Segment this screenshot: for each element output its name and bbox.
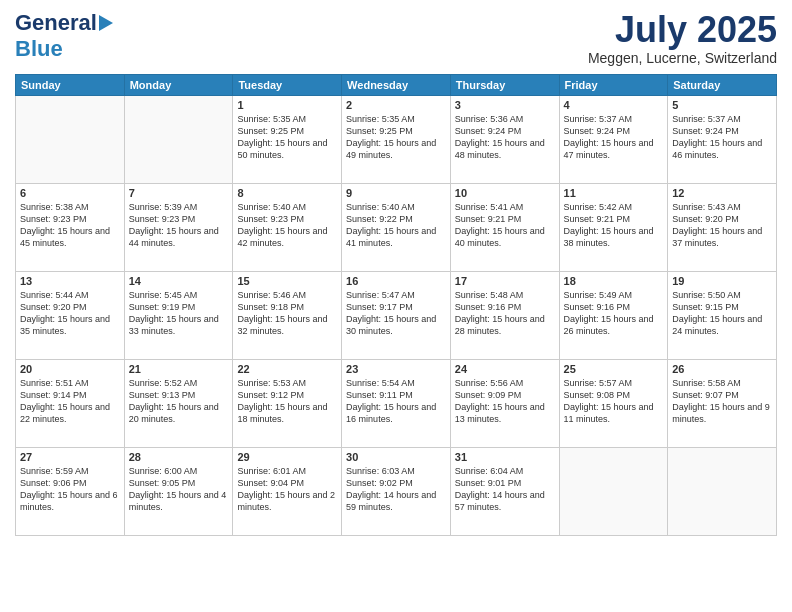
day-number: 14 xyxy=(129,275,229,287)
calendar-cell: 18Sunrise: 5:49 AM Sunset: 9:16 PM Dayli… xyxy=(559,271,668,359)
day-info: Sunrise: 5:50 AM Sunset: 9:15 PM Dayligh… xyxy=(672,289,772,338)
calendar-table: SundayMondayTuesdayWednesdayThursdayFrid… xyxy=(15,74,777,536)
day-info: Sunrise: 5:51 AM Sunset: 9:14 PM Dayligh… xyxy=(20,377,120,426)
day-info: Sunrise: 5:44 AM Sunset: 9:20 PM Dayligh… xyxy=(20,289,120,338)
calendar-cell: 24Sunrise: 5:56 AM Sunset: 9:09 PM Dayli… xyxy=(450,359,559,447)
day-info: Sunrise: 5:54 AM Sunset: 9:11 PM Dayligh… xyxy=(346,377,446,426)
calendar-week-1: 1Sunrise: 5:35 AM Sunset: 9:25 PM Daylig… xyxy=(16,95,777,183)
logo: General Blue xyxy=(15,10,113,62)
day-number: 26 xyxy=(672,363,772,375)
calendar-cell: 6Sunrise: 5:38 AM Sunset: 9:23 PM Daylig… xyxy=(16,183,125,271)
day-info: Sunrise: 5:57 AM Sunset: 9:08 PM Dayligh… xyxy=(564,377,664,426)
title-area: July 2025 Meggen, Lucerne, Switzerland xyxy=(588,10,777,66)
day-info: Sunrise: 5:47 AM Sunset: 9:17 PM Dayligh… xyxy=(346,289,446,338)
calendar-cell: 4Sunrise: 5:37 AM Sunset: 9:24 PM Daylig… xyxy=(559,95,668,183)
day-number: 8 xyxy=(237,187,337,199)
day-info: Sunrise: 5:48 AM Sunset: 9:16 PM Dayligh… xyxy=(455,289,555,338)
day-number: 5 xyxy=(672,99,772,111)
day-info: Sunrise: 6:00 AM Sunset: 9:05 PM Dayligh… xyxy=(129,465,229,514)
calendar-cell: 31Sunrise: 6:04 AM Sunset: 9:01 PM Dayli… xyxy=(450,447,559,535)
calendar-cell: 2Sunrise: 5:35 AM Sunset: 9:25 PM Daylig… xyxy=(342,95,451,183)
calendar-cell: 16Sunrise: 5:47 AM Sunset: 9:17 PM Dayli… xyxy=(342,271,451,359)
calendar-cell xyxy=(124,95,233,183)
day-number: 19 xyxy=(672,275,772,287)
day-info: Sunrise: 5:35 AM Sunset: 9:25 PM Dayligh… xyxy=(346,113,446,162)
day-info: Sunrise: 5:43 AM Sunset: 9:20 PM Dayligh… xyxy=(672,201,772,250)
day-number: 27 xyxy=(20,451,120,463)
calendar-header-saturday: Saturday xyxy=(668,74,777,95)
calendar-cell: 22Sunrise: 5:53 AM Sunset: 9:12 PM Dayli… xyxy=(233,359,342,447)
calendar-header-friday: Friday xyxy=(559,74,668,95)
calendar-cell: 14Sunrise: 5:45 AM Sunset: 9:19 PM Dayli… xyxy=(124,271,233,359)
calendar-cell: 1Sunrise: 5:35 AM Sunset: 9:25 PM Daylig… xyxy=(233,95,342,183)
day-number: 24 xyxy=(455,363,555,375)
calendar-cell: 11Sunrise: 5:42 AM Sunset: 9:21 PM Dayli… xyxy=(559,183,668,271)
page-header: General Blue July 2025 Meggen, Lucerne, … xyxy=(15,10,777,66)
day-info: Sunrise: 5:40 AM Sunset: 9:23 PM Dayligh… xyxy=(237,201,337,250)
day-number: 15 xyxy=(237,275,337,287)
calendar-cell: 9Sunrise: 5:40 AM Sunset: 9:22 PM Daylig… xyxy=(342,183,451,271)
calendar-cell: 21Sunrise: 5:52 AM Sunset: 9:13 PM Dayli… xyxy=(124,359,233,447)
day-number: 6 xyxy=(20,187,120,199)
day-number: 1 xyxy=(237,99,337,111)
day-info: Sunrise: 5:38 AM Sunset: 9:23 PM Dayligh… xyxy=(20,201,120,250)
logo-triangle-icon xyxy=(99,15,113,31)
day-number: 9 xyxy=(346,187,446,199)
calendar-cell: 28Sunrise: 6:00 AM Sunset: 9:05 PM Dayli… xyxy=(124,447,233,535)
day-number: 20 xyxy=(20,363,120,375)
calendar-header-sunday: Sunday xyxy=(16,74,125,95)
calendar-week-5: 27Sunrise: 5:59 AM Sunset: 9:06 PM Dayli… xyxy=(16,447,777,535)
calendar-cell: 3Sunrise: 5:36 AM Sunset: 9:24 PM Daylig… xyxy=(450,95,559,183)
calendar-cell xyxy=(559,447,668,535)
calendar-cell: 17Sunrise: 5:48 AM Sunset: 9:16 PM Dayli… xyxy=(450,271,559,359)
day-number: 3 xyxy=(455,99,555,111)
day-info: Sunrise: 5:52 AM Sunset: 9:13 PM Dayligh… xyxy=(129,377,229,426)
day-number: 29 xyxy=(237,451,337,463)
calendar-header-wednesday: Wednesday xyxy=(342,74,451,95)
day-number: 31 xyxy=(455,451,555,463)
day-info: Sunrise: 6:04 AM Sunset: 9:01 PM Dayligh… xyxy=(455,465,555,514)
calendar-cell: 29Sunrise: 6:01 AM Sunset: 9:04 PM Dayli… xyxy=(233,447,342,535)
day-number: 21 xyxy=(129,363,229,375)
calendar-cell xyxy=(16,95,125,183)
day-number: 25 xyxy=(564,363,664,375)
day-info: Sunrise: 6:03 AM Sunset: 9:02 PM Dayligh… xyxy=(346,465,446,514)
day-number: 22 xyxy=(237,363,337,375)
calendar-cell: 27Sunrise: 5:59 AM Sunset: 9:06 PM Dayli… xyxy=(16,447,125,535)
day-number: 4 xyxy=(564,99,664,111)
calendar-week-2: 6Sunrise: 5:38 AM Sunset: 9:23 PM Daylig… xyxy=(16,183,777,271)
day-number: 7 xyxy=(129,187,229,199)
day-number: 17 xyxy=(455,275,555,287)
day-info: Sunrise: 5:37 AM Sunset: 9:24 PM Dayligh… xyxy=(564,113,664,162)
calendar-cell: 12Sunrise: 5:43 AM Sunset: 9:20 PM Dayli… xyxy=(668,183,777,271)
day-number: 2 xyxy=(346,99,446,111)
logo-general: General xyxy=(15,10,97,36)
calendar-cell: 13Sunrise: 5:44 AM Sunset: 9:20 PM Dayli… xyxy=(16,271,125,359)
calendar-header-tuesday: Tuesday xyxy=(233,74,342,95)
calendar-cell: 25Sunrise: 5:57 AM Sunset: 9:08 PM Dayli… xyxy=(559,359,668,447)
calendar-cell: 19Sunrise: 5:50 AM Sunset: 9:15 PM Dayli… xyxy=(668,271,777,359)
calendar-week-4: 20Sunrise: 5:51 AM Sunset: 9:14 PM Dayli… xyxy=(16,359,777,447)
calendar-cell: 20Sunrise: 5:51 AM Sunset: 9:14 PM Dayli… xyxy=(16,359,125,447)
day-info: Sunrise: 6:01 AM Sunset: 9:04 PM Dayligh… xyxy=(237,465,337,514)
day-info: Sunrise: 5:37 AM Sunset: 9:24 PM Dayligh… xyxy=(672,113,772,162)
calendar-cell: 23Sunrise: 5:54 AM Sunset: 9:11 PM Dayli… xyxy=(342,359,451,447)
day-number: 10 xyxy=(455,187,555,199)
day-info: Sunrise: 5:56 AM Sunset: 9:09 PM Dayligh… xyxy=(455,377,555,426)
day-info: Sunrise: 5:42 AM Sunset: 9:21 PM Dayligh… xyxy=(564,201,664,250)
day-info: Sunrise: 5:59 AM Sunset: 9:06 PM Dayligh… xyxy=(20,465,120,514)
day-number: 23 xyxy=(346,363,446,375)
page-container: General Blue July 2025 Meggen, Lucerne, … xyxy=(0,0,792,612)
day-info: Sunrise: 5:53 AM Sunset: 9:12 PM Dayligh… xyxy=(237,377,337,426)
day-number: 18 xyxy=(564,275,664,287)
calendar-header-monday: Monday xyxy=(124,74,233,95)
day-info: Sunrise: 5:35 AM Sunset: 9:25 PM Dayligh… xyxy=(237,113,337,162)
day-info: Sunrise: 5:39 AM Sunset: 9:23 PM Dayligh… xyxy=(129,201,229,250)
day-number: 12 xyxy=(672,187,772,199)
day-number: 28 xyxy=(129,451,229,463)
calendar-cell: 5Sunrise: 5:37 AM Sunset: 9:24 PM Daylig… xyxy=(668,95,777,183)
calendar-cell: 15Sunrise: 5:46 AM Sunset: 9:18 PM Dayli… xyxy=(233,271,342,359)
calendar-header-thursday: Thursday xyxy=(450,74,559,95)
calendar-cell: 10Sunrise: 5:41 AM Sunset: 9:21 PM Dayli… xyxy=(450,183,559,271)
calendar-cell: 7Sunrise: 5:39 AM Sunset: 9:23 PM Daylig… xyxy=(124,183,233,271)
